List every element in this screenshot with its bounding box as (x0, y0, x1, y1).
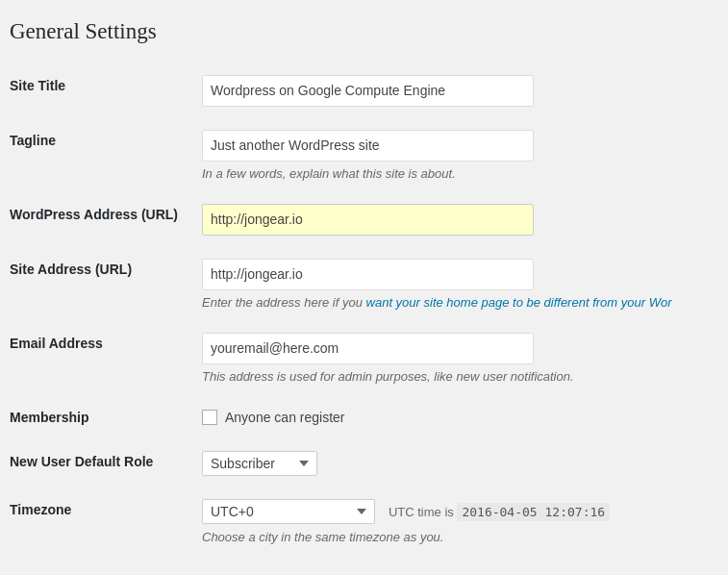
membership-checkbox-text: Anyone can register (225, 410, 345, 425)
site-title-label: Site Title (10, 63, 202, 118)
wp-address-label: WordPress Address (URL) (10, 192, 202, 247)
site-address-desc-prefix: Enter the address here if you (202, 295, 366, 310)
site-address-label: Site Address (URL) (10, 247, 202, 321)
tagline-input[interactable] (202, 130, 534, 162)
email-address-row: Email Address This address is used for a… (10, 321, 709, 395)
membership-checkbox-label[interactable]: Anyone can register (202, 407, 699, 425)
membership-checkbox[interactable] (202, 410, 217, 425)
site-address-description: Enter the address here if you want your … (202, 295, 699, 310)
site-title-input[interactable] (202, 75, 534, 107)
utc-note: UTC time is 2016-04-05 12:07:16 (389, 505, 610, 519)
email-address-label: Email Address (10, 321, 202, 395)
tagline-description: In a few words, explain what this site i… (202, 166, 699, 181)
timezone-label: Timezone (10, 488, 202, 556)
site-address-row: Site Address (URL) Enter the address her… (10, 247, 709, 321)
settings-form: Site Title Tagline In a few words, expla… (10, 63, 709, 556)
site-address-input[interactable] (202, 259, 534, 290)
site-title-row: Site Title (10, 63, 709, 118)
page-title: General Settings (10, 19, 709, 44)
wp-address-input[interactable] (202, 204, 534, 236)
timezone-select[interactable]: UTC+0 UTC-1 UTC+1 UTC+5:30 UTC-5 UTC-8 (202, 499, 375, 524)
wp-address-row: WordPress Address (URL) (10, 192, 709, 247)
email-address-input[interactable] (202, 333, 534, 364)
new-user-role-select[interactable]: Subscriber Contributor Author Editor Adm… (202, 451, 317, 476)
timezone-row: Timezone UTC+0 UTC-1 UTC+1 UTC+5:30 UTC-… (10, 488, 709, 556)
new-user-role-row: New User Default Role Subscriber Contrib… (10, 439, 709, 488)
utc-time-value: 2016-04-05 12:07:16 (457, 503, 610, 521)
new-user-role-label: New User Default Role (10, 439, 202, 488)
tagline-label: Tagline (10, 118, 202, 192)
timezone-description: Choose a city in the same timezone as yo… (202, 530, 699, 544)
membership-label: Membership (10, 395, 202, 439)
utc-note-text: UTC time is (389, 505, 454, 519)
site-address-desc-link[interactable]: want your site home page to be different… (366, 295, 672, 310)
email-address-description: This address is used for admin purposes,… (202, 369, 699, 384)
membership-row: Membership Anyone can register (10, 395, 709, 439)
tagline-row: Tagline In a few words, explain what thi… (10, 118, 709, 192)
